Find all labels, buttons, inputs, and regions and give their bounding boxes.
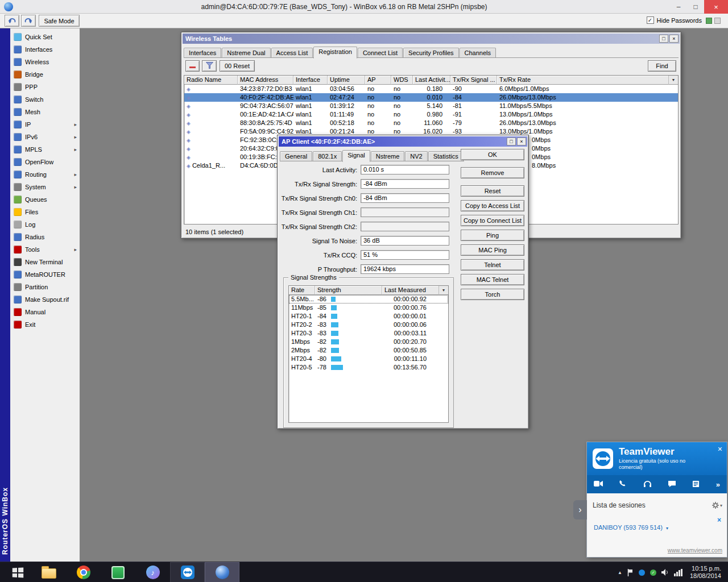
signal-to-noise-field[interactable]: 36 dB (361, 236, 449, 246)
window-close-button[interactable]: × (669, 35, 679, 43)
column-header-ap[interactable]: AP (365, 76, 391, 85)
sidebar-item-partition[interactable]: Partition (10, 281, 80, 293)
more-icon[interactable]: » (716, 480, 720, 489)
registration-row[interactable]: ◈88:30:8A:25:75:4Dwlan100:52:18nono11.06… (184, 119, 678, 127)
sidebar-item-ppp[interactable]: PPP (10, 81, 80, 93)
phone-icon[interactable] (619, 480, 627, 489)
signal-row[interactable]: 11Mbps-8500:00:00.76 (289, 304, 448, 312)
start-button[interactable] (6, 562, 30, 582)
copy-to-connect-list-button[interactable]: Copy to Connect List (461, 215, 524, 226)
signal-row[interactable]: HT20-1-8400:00:00.01 (289, 312, 448, 321)
sidebar-item-make-supout-rif[interactable]: Make Supout.rif (10, 293, 80, 306)
taskbar-item-itunes[interactable]: ♪ (135, 562, 170, 582)
signal-row[interactable]: 1Mbps-8200:00:20.70 (289, 338, 448, 346)
sidebar-item-ip[interactable]: IP▸ (10, 118, 80, 131)
session-settings-control[interactable]: ▾ (712, 502, 722, 509)
signal-column-rate[interactable]: Rate (289, 286, 315, 295)
sidebar-item-tools[interactable]: Tools▸ (10, 243, 80, 256)
copy-to-access-list-button[interactable]: Copy to Access List (461, 200, 524, 211)
tab-registration[interactable]: Registration (313, 47, 357, 59)
tab-nstreme-dual[interactable]: Nstreme Dual (222, 48, 270, 58)
signal-row[interactable]: HT20-3-8300:00:03.11 (289, 329, 448, 338)
session-close-icon[interactable]: × (717, 516, 721, 524)
ap-tab-signal[interactable]: Signal (342, 150, 370, 162)
signal-column-select-button[interactable]: ▼ (439, 286, 448, 295)
ap-tab-nv2[interactable]: NV2 (405, 151, 427, 161)
ok-button[interactable]: OK (461, 149, 524, 160)
network-icon[interactable] (674, 569, 682, 576)
maximize-button[interactable]: □ (687, 0, 704, 14)
taskbar-item-teamviewer[interactable] (170, 562, 205, 582)
safe-mode-button[interactable]: Safe Mode (39, 15, 80, 27)
ap-tab-nstreme[interactable]: Nstreme (371, 151, 405, 161)
column-header-interface[interactable]: Interface (293, 76, 328, 85)
checkbox-checked-icon[interactable]: ✓ (647, 16, 654, 24)
tab-interfaces[interactable]: Interfaces (184, 48, 221, 58)
mac-telnet-button[interactable]: MAC Telnet (461, 274, 524, 285)
headset-icon[interactable] (643, 480, 652, 489)
tab-channels[interactable]: Channels (460, 48, 496, 58)
p-throughput-field[interactable]: 19624 kbps (361, 264, 449, 274)
sidebar-item-log[interactable]: Log (10, 218, 80, 231)
sidebar-item-quick-set[interactable]: Quick Set (10, 31, 80, 43)
undo-button[interactable] (5, 15, 19, 27)
sidebar-item-interfaces[interactable]: Interfaces (10, 43, 80, 56)
minimize-button[interactable]: – (670, 0, 687, 14)
signal-row[interactable]: 2Mbps-8200:00:50.85 (289, 346, 448, 355)
tab-security-profiles[interactable]: Security Profiles (403, 48, 458, 58)
session-list-icon[interactable] (692, 480, 700, 489)
sidebar-item-mesh[interactable]: Mesh (10, 106, 80, 118)
filter-button[interactable] (202, 60, 217, 72)
ap-tab-statistics[interactable]: Statistics (428, 151, 464, 161)
wireless-tables-titlebar[interactable]: Wireless Tables □ × (183, 34, 680, 44)
sidebar-item-radius[interactable]: Radius (10, 231, 80, 243)
teamviewer-tray-icon[interactable] (639, 569, 645, 576)
sidebar-item-queues[interactable]: Queues (10, 193, 80, 206)
signal-row[interactable]: HT20-2-8300:00:00.06 (289, 321, 448, 329)
sidebar-item-mpls[interactable]: MPLS▸ (10, 143, 80, 156)
mac-ping-button[interactable]: MAC Ping (461, 244, 524, 256)
column-header-uptime[interactable]: Uptime (328, 76, 365, 85)
registration-row[interactable]: ◈40:F0:2F:42:DB:AEwlan102:47:24nono0.010… (184, 93, 678, 102)
teamviewer-link[interactable]: www.teamviewer.com (668, 547, 722, 554)
hidden-icons-chevron-icon[interactable]: ▲ (618, 570, 622, 575)
tx-rx-signal-strength-field[interactable]: -84 dBm (361, 179, 449, 189)
sidebar-item-switch[interactable]: Switch (10, 93, 80, 106)
window-maximize-button[interactable]: □ (659, 35, 668, 43)
taskbar-item-green-app[interactable] (101, 562, 135, 582)
sidebar-item-exit[interactable]: Exit (10, 318, 80, 331)
column-header-wds[interactable]: WDS (391, 76, 413, 85)
remove-entry-button[interactable] (185, 60, 200, 72)
sidebar-item-new-terminal[interactable]: New Terminal (10, 256, 80, 268)
column-header-tx-rx-signal[interactable]: Tx/Rx Signal ... (450, 76, 497, 85)
sidebar-item-bridge[interactable]: Bridge (10, 68, 80, 81)
column-select-button[interactable]: ▼ (668, 76, 678, 85)
tx-rx-ccq-field[interactable]: 51 % (361, 250, 449, 260)
close-button[interactable]: × (704, 0, 728, 14)
tab-access-list[interactable]: Access List (271, 48, 313, 58)
sidebar-item-metarouter[interactable]: MetaROUTER (10, 268, 80, 281)
sidebar-item-wireless[interactable]: Wireless (10, 56, 80, 68)
action-center-flag-icon[interactable] (627, 569, 634, 576)
sidebar-item-ipv6[interactable]: IPv6▸ (10, 131, 80, 143)
ap-tab-802-1x[interactable]: 802.1x (313, 151, 342, 161)
security-tray-icon[interactable]: ✓ (650, 569, 656, 576)
signal-row[interactable]: HT20-5-7800:13:56.70 (289, 363, 448, 372)
chat-icon[interactable] (668, 480, 676, 489)
find-button[interactable]: Find (648, 60, 676, 72)
column-header-tx-rx-rate[interactable]: Tx/Rx Rate (497, 76, 678, 85)
sidebar-item-manual[interactable]: Manual (10, 306, 80, 318)
column-header-last-activit[interactable]: Last Activit... (413, 76, 450, 85)
sidebar-item-files[interactable]: Files (10, 206, 80, 218)
video-call-icon[interactable] (594, 480, 603, 488)
registration-row[interactable]: ◈34:23:87:72:D0:B3wlan103:04:56nono0.180… (184, 85, 678, 93)
tx-rx-signal-strength-ch2-field[interactable] (361, 222, 449, 231)
taskbar-item-winbox[interactable] (205, 562, 239, 582)
reset-counters-button[interactable]: 00 Reset (220, 60, 255, 72)
tab-connect-list[interactable]: Connect List (358, 48, 403, 58)
volume-icon[interactable] (661, 569, 669, 576)
column-header-radio-name[interactable]: Radio Name (184, 76, 238, 85)
tx-rx-signal-strength-ch1-field[interactable] (361, 207, 449, 217)
remove-button[interactable]: Remove (461, 167, 524, 178)
session-item[interactable]: DANIBOY (593 769 514) ▾ (594, 524, 668, 531)
